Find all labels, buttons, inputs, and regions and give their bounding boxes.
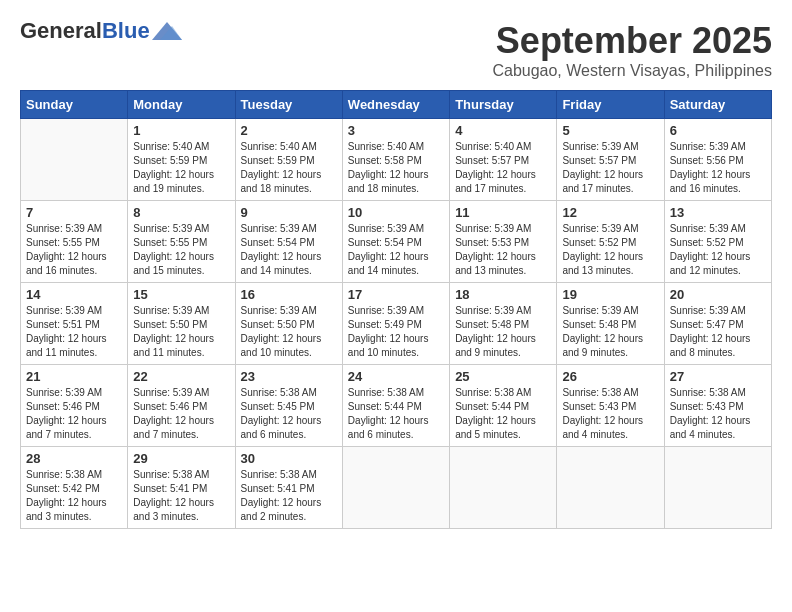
calendar-table: SundayMondayTuesdayWednesdayThursdayFrid… (20, 90, 772, 529)
day-info: Sunrise: 5:39 AM Sunset: 5:51 PM Dayligh… (26, 304, 122, 360)
day-info: Sunrise: 5:38 AM Sunset: 5:41 PM Dayligh… (133, 468, 229, 524)
logo-text: GeneralBlue (20, 20, 150, 42)
day-number: 29 (133, 451, 229, 466)
day-info: Sunrise: 5:39 AM Sunset: 5:52 PM Dayligh… (670, 222, 766, 278)
calendar-day-cell: 29Sunrise: 5:38 AM Sunset: 5:41 PM Dayli… (128, 447, 235, 529)
day-info: Sunrise: 5:39 AM Sunset: 5:57 PM Dayligh… (562, 140, 658, 196)
page-header: GeneralBlue September 2025 Cabugao, West… (20, 20, 772, 80)
day-number: 6 (670, 123, 766, 138)
calendar-day-header: Saturday (664, 91, 771, 119)
month-title: September 2025 (492, 20, 772, 62)
calendar-day-cell: 9Sunrise: 5:39 AM Sunset: 5:54 PM Daylig… (235, 201, 342, 283)
day-number: 13 (670, 205, 766, 220)
calendar-day-cell (342, 447, 449, 529)
calendar-day-cell: 8Sunrise: 5:39 AM Sunset: 5:55 PM Daylig… (128, 201, 235, 283)
calendar-day-cell (21, 119, 128, 201)
calendar-week-row: 21Sunrise: 5:39 AM Sunset: 5:46 PM Dayli… (21, 365, 772, 447)
day-info: Sunrise: 5:39 AM Sunset: 5:47 PM Dayligh… (670, 304, 766, 360)
day-number: 22 (133, 369, 229, 384)
calendar-day-header: Thursday (450, 91, 557, 119)
day-info: Sunrise: 5:40 AM Sunset: 5:59 PM Dayligh… (241, 140, 337, 196)
calendar-day-cell: 13Sunrise: 5:39 AM Sunset: 5:52 PM Dayli… (664, 201, 771, 283)
calendar-day-cell: 7Sunrise: 5:39 AM Sunset: 5:55 PM Daylig… (21, 201, 128, 283)
day-number: 19 (562, 287, 658, 302)
day-number: 27 (670, 369, 766, 384)
logo-blue: Blue (102, 18, 150, 43)
day-info: Sunrise: 5:38 AM Sunset: 5:44 PM Dayligh… (455, 386, 551, 442)
day-info: Sunrise: 5:39 AM Sunset: 5:46 PM Dayligh… (26, 386, 122, 442)
day-info: Sunrise: 5:39 AM Sunset: 5:54 PM Dayligh… (241, 222, 337, 278)
day-info: Sunrise: 5:38 AM Sunset: 5:43 PM Dayligh… (670, 386, 766, 442)
calendar-day-cell: 14Sunrise: 5:39 AM Sunset: 5:51 PM Dayli… (21, 283, 128, 365)
calendar-week-row: 14Sunrise: 5:39 AM Sunset: 5:51 PM Dayli… (21, 283, 772, 365)
calendar-day-cell: 3Sunrise: 5:40 AM Sunset: 5:58 PM Daylig… (342, 119, 449, 201)
day-number: 10 (348, 205, 444, 220)
day-number: 15 (133, 287, 229, 302)
calendar-day-cell: 19Sunrise: 5:39 AM Sunset: 5:48 PM Dayli… (557, 283, 664, 365)
day-info: Sunrise: 5:39 AM Sunset: 5:49 PM Dayligh… (348, 304, 444, 360)
day-number: 3 (348, 123, 444, 138)
day-info: Sunrise: 5:39 AM Sunset: 5:55 PM Dayligh… (133, 222, 229, 278)
calendar-day-cell (450, 447, 557, 529)
day-info: Sunrise: 5:39 AM Sunset: 5:52 PM Dayligh… (562, 222, 658, 278)
day-number: 9 (241, 205, 337, 220)
day-info: Sunrise: 5:40 AM Sunset: 5:59 PM Dayligh… (133, 140, 229, 196)
day-number: 11 (455, 205, 551, 220)
logo-icon (152, 22, 182, 40)
day-info: Sunrise: 5:39 AM Sunset: 5:56 PM Dayligh… (670, 140, 766, 196)
day-info: Sunrise: 5:38 AM Sunset: 5:45 PM Dayligh… (241, 386, 337, 442)
calendar-day-cell: 22Sunrise: 5:39 AM Sunset: 5:46 PM Dayli… (128, 365, 235, 447)
calendar-day-cell: 5Sunrise: 5:39 AM Sunset: 5:57 PM Daylig… (557, 119, 664, 201)
day-number: 8 (133, 205, 229, 220)
calendar-day-cell: 24Sunrise: 5:38 AM Sunset: 5:44 PM Dayli… (342, 365, 449, 447)
day-number: 21 (26, 369, 122, 384)
calendar-day-cell: 20Sunrise: 5:39 AM Sunset: 5:47 PM Dayli… (664, 283, 771, 365)
day-number: 24 (348, 369, 444, 384)
title-section: September 2025 Cabugao, Western Visayas,… (492, 20, 772, 80)
day-number: 4 (455, 123, 551, 138)
calendar-day-header: Sunday (21, 91, 128, 119)
calendar-day-cell: 4Sunrise: 5:40 AM Sunset: 5:57 PM Daylig… (450, 119, 557, 201)
day-info: Sunrise: 5:39 AM Sunset: 5:50 PM Dayligh… (241, 304, 337, 360)
day-info: Sunrise: 5:38 AM Sunset: 5:41 PM Dayligh… (241, 468, 337, 524)
day-number: 26 (562, 369, 658, 384)
calendar-week-row: 28Sunrise: 5:38 AM Sunset: 5:42 PM Dayli… (21, 447, 772, 529)
calendar-day-cell: 12Sunrise: 5:39 AM Sunset: 5:52 PM Dayli… (557, 201, 664, 283)
calendar-day-cell: 27Sunrise: 5:38 AM Sunset: 5:43 PM Dayli… (664, 365, 771, 447)
calendar-day-cell: 26Sunrise: 5:38 AM Sunset: 5:43 PM Dayli… (557, 365, 664, 447)
calendar-day-cell: 28Sunrise: 5:38 AM Sunset: 5:42 PM Dayli… (21, 447, 128, 529)
calendar-day-cell (557, 447, 664, 529)
day-number: 1 (133, 123, 229, 138)
calendar-day-cell: 16Sunrise: 5:39 AM Sunset: 5:50 PM Dayli… (235, 283, 342, 365)
calendar-day-cell (664, 447, 771, 529)
calendar-day-cell: 11Sunrise: 5:39 AM Sunset: 5:53 PM Dayli… (450, 201, 557, 283)
day-info: Sunrise: 5:38 AM Sunset: 5:43 PM Dayligh… (562, 386, 658, 442)
day-info: Sunrise: 5:39 AM Sunset: 5:50 PM Dayligh… (133, 304, 229, 360)
calendar-week-row: 7Sunrise: 5:39 AM Sunset: 5:55 PM Daylig… (21, 201, 772, 283)
day-info: Sunrise: 5:39 AM Sunset: 5:48 PM Dayligh… (455, 304, 551, 360)
calendar-day-cell: 18Sunrise: 5:39 AM Sunset: 5:48 PM Dayli… (450, 283, 557, 365)
day-number: 23 (241, 369, 337, 384)
day-number: 2 (241, 123, 337, 138)
day-number: 14 (26, 287, 122, 302)
calendar-day-cell: 21Sunrise: 5:39 AM Sunset: 5:46 PM Dayli… (21, 365, 128, 447)
logo-general: General (20, 18, 102, 43)
day-number: 20 (670, 287, 766, 302)
day-number: 30 (241, 451, 337, 466)
calendar-header-row: SundayMondayTuesdayWednesdayThursdayFrid… (21, 91, 772, 119)
calendar-day-cell: 1Sunrise: 5:40 AM Sunset: 5:59 PM Daylig… (128, 119, 235, 201)
calendar-day-header: Friday (557, 91, 664, 119)
calendar-day-cell: 10Sunrise: 5:39 AM Sunset: 5:54 PM Dayli… (342, 201, 449, 283)
calendar-day-cell: 25Sunrise: 5:38 AM Sunset: 5:44 PM Dayli… (450, 365, 557, 447)
day-number: 17 (348, 287, 444, 302)
day-info: Sunrise: 5:39 AM Sunset: 5:48 PM Dayligh… (562, 304, 658, 360)
calendar-day-cell: 2Sunrise: 5:40 AM Sunset: 5:59 PM Daylig… (235, 119, 342, 201)
day-number: 12 (562, 205, 658, 220)
logo: GeneralBlue (20, 20, 182, 42)
calendar-day-cell: 30Sunrise: 5:38 AM Sunset: 5:41 PM Dayli… (235, 447, 342, 529)
calendar-day-cell: 6Sunrise: 5:39 AM Sunset: 5:56 PM Daylig… (664, 119, 771, 201)
day-info: Sunrise: 5:38 AM Sunset: 5:42 PM Dayligh… (26, 468, 122, 524)
location-subtitle: Cabugao, Western Visayas, Philippines (492, 62, 772, 80)
calendar-day-header: Wednesday (342, 91, 449, 119)
day-number: 25 (455, 369, 551, 384)
